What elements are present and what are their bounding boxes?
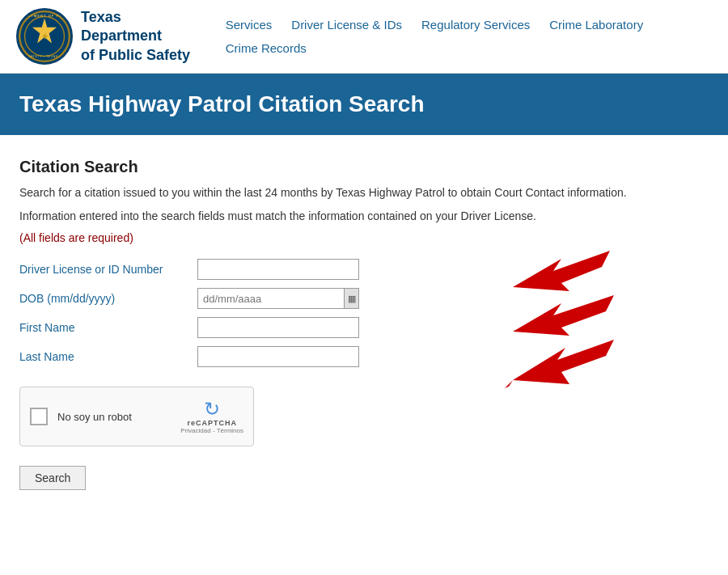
recaptcha-sub: Privacidad - Términos xyxy=(180,427,243,434)
svg-text:✦: ✦ xyxy=(41,32,49,41)
dob-row: DOB (mm/dd/yyyy) ▦ xyxy=(19,288,709,309)
svg-marker-11 xyxy=(505,380,513,388)
captcha-box[interactable]: No soy un robot ↻ reCAPTCHA Privacidad -… xyxy=(19,387,254,446)
desc-text-2: Information entered into the search fiel… xyxy=(19,208,709,225)
firstname-input[interactable] xyxy=(197,317,359,338)
dl-row: Driver License or ID Number xyxy=(19,259,709,280)
recaptcha-brand: reCAPTCHA xyxy=(180,419,243,427)
svg-text:SAFETY • TEXAS •: SAFETY • TEXAS • xyxy=(28,55,61,58)
required-note: (All fields are required) xyxy=(19,231,709,244)
calendar-icon[interactable]: ▦ xyxy=(344,289,358,308)
lastname-input[interactable] xyxy=(197,346,359,367)
header: DEPARTMENT OF PUBLIC SAFETY • TEXAS • ✦ … xyxy=(0,0,728,74)
captcha-right: ↻ reCAPTCHA Privacidad - Términos xyxy=(180,400,243,434)
nav-regulatory[interactable]: Regulatory Services xyxy=(420,15,531,35)
dl-label: Driver License or ID Number xyxy=(19,263,197,276)
recaptcha-icon: ↻ xyxy=(180,400,243,419)
svg-text:DEPARTMENT OF PUBLIC: DEPARTMENT OF PUBLIC xyxy=(19,14,70,18)
firstname-row: First Name xyxy=(19,317,709,338)
captcha-left: No soy un robot xyxy=(30,408,132,425)
captcha-label: No soy un robot xyxy=(57,411,132,423)
nav-row-1: Services Driver License & IDs Regulatory… xyxy=(224,15,712,35)
agency-seal: DEPARTMENT OF PUBLIC SAFETY • TEXAS • ✦ xyxy=(16,8,73,65)
lastname-label: Last Name xyxy=(19,350,197,363)
logo-area: DEPARTMENT OF PUBLIC SAFETY • TEXAS • ✦ … xyxy=(16,8,200,65)
nav-row-2: Crime Records xyxy=(224,38,712,58)
navigation: Services Driver License & IDs Regulatory… xyxy=(224,15,712,58)
nav-driver-license[interactable]: Driver License & IDs xyxy=(290,15,404,35)
citation-form: Driver License or ID Number DOB (mm/dd/y… xyxy=(19,259,709,367)
dl-input[interactable] xyxy=(197,259,359,280)
hero-banner: Texas Highway Patrol Citation Search xyxy=(0,74,728,135)
desc-text-1: Search for a citation issued to you with… xyxy=(19,184,709,201)
agency-name: Texas Department of Public Safety xyxy=(81,8,200,65)
dob-input[interactable] xyxy=(198,289,344,308)
captcha-checkbox[interactable] xyxy=(30,408,48,425)
page-title: Texas Highway Patrol Citation Search xyxy=(19,91,709,117)
search-button[interactable]: Search xyxy=(19,466,86,490)
main-content: Citation Search Search for a citation is… xyxy=(0,135,728,513)
lastname-row: Last Name xyxy=(19,346,709,367)
firstname-label: First Name xyxy=(19,321,197,334)
nav-crime-records[interactable]: Crime Records xyxy=(224,38,308,58)
section-title: Citation Search xyxy=(19,158,709,176)
nav-crime-lab[interactable]: Crime Laboratory xyxy=(548,15,645,35)
dob-label: DOB (mm/dd/yyyy) xyxy=(19,292,197,305)
dob-input-wrapper[interactable]: ▦ xyxy=(197,288,359,309)
nav-services[interactable]: Services xyxy=(224,15,274,35)
